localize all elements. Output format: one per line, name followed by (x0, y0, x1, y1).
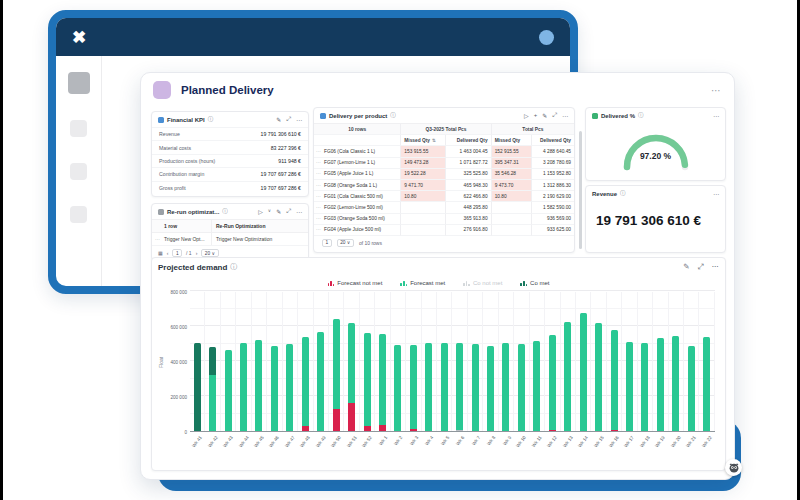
table-row[interactable]: ⋯ Trigger New Opt... Trigger New Optimiz… (152, 233, 308, 246)
bar-column[interactable] (607, 292, 622, 431)
row-menu-icon[interactable]: ⋯ (316, 171, 321, 176)
bar-column[interactable] (530, 292, 545, 431)
bar-column[interactable] (360, 292, 375, 431)
column-header-delivered-qty[interactable]: Delivered Qty (532, 135, 574, 146)
table-row[interactable]: ⋯FG03 (Orange Soda 500 ml)365 913.80936 … (314, 214, 574, 225)
info-icon[interactable]: ⓘ (390, 112, 396, 119)
bar-column[interactable] (283, 292, 298, 431)
sidebar-item-icon[interactable] (70, 120, 87, 137)
sidebar-item-icon[interactable] (70, 163, 87, 180)
bar-column[interactable] (499, 292, 514, 431)
table-row[interactable]: ⋯FG02 (Lemon-Lime 500 ml)448 295.801 582… (314, 202, 574, 213)
bar-column[interactable] (684, 292, 699, 431)
column-header-delivered-qty[interactable]: Delivered Qty (446, 135, 492, 146)
bar-column[interactable] (298, 292, 313, 431)
dashboard-more-button[interactable]: ⋯ (711, 85, 722, 96)
more-icon[interactable]: ⋯ (562, 112, 568, 119)
bar-column[interactable] (622, 292, 637, 431)
table-row[interactable]: ⋯FG04 (Apple Juice 500 ml)276 916.80933 … (314, 225, 574, 236)
bar-column[interactable] (669, 292, 684, 431)
bar-column[interactable] (190, 292, 205, 431)
column-header-missed-qty[interactable]: Missed Qty⇅ (401, 135, 446, 146)
table-row[interactable]: ⋯FG06 (Cola Classic 1 L)153 915.551 463 … (314, 146, 574, 157)
more-icon[interactable]: ⋯ (712, 262, 720, 272)
expand-icon[interactable]: ⤢ (286, 208, 291, 215)
bar-column[interactable] (591, 292, 606, 431)
bar-column[interactable] (561, 292, 576, 431)
menu-grid-icon[interactable]: ▦ (158, 250, 163, 256)
legend-item-forecast_met[interactable]: Forecast met (400, 280, 445, 286)
avatar[interactable] (539, 30, 554, 45)
bar-column[interactable] (483, 292, 498, 431)
row-menu-icon[interactable]: ⋯ (316, 227, 321, 232)
bar-column[interactable] (699, 292, 714, 431)
bar-column[interactable] (375, 292, 390, 431)
mascot-icon[interactable] (725, 459, 742, 476)
bar-column[interactable] (391, 292, 406, 431)
expand-icon[interactable]: ⤢ (552, 112, 557, 119)
info-icon[interactable]: ⓘ (638, 112, 644, 119)
bar-column[interactable] (344, 292, 359, 431)
bar-column[interactable] (314, 292, 329, 431)
bar-column[interactable] (236, 292, 251, 431)
run-icon[interactable]: ▷ (258, 208, 263, 215)
legend-item-forecast_not_met[interactable]: Forecast not met (328, 280, 383, 286)
edit-icon[interactable]: ✎ (683, 262, 689, 272)
more-icon[interactable]: ⋯ (296, 116, 302, 123)
page-number[interactable]: 1 (322, 239, 332, 247)
chevron-down-icon[interactable]: ∨ (268, 208, 271, 215)
legend-item-co_met[interactable]: Co met (520, 280, 549, 286)
bar-column[interactable] (267, 292, 282, 431)
add-icon[interactable]: + (534, 112, 538, 119)
bar-column[interactable] (638, 292, 653, 431)
bar-column[interactable] (545, 292, 560, 431)
row-menu-icon[interactable]: ⋯ (316, 183, 321, 188)
vertical-scrollbar[interactable] (579, 131, 582, 249)
table-row[interactable]: ⋯FG07 (Lemon-Lime 1 L)149 473.281 071 82… (314, 158, 574, 169)
expand-icon[interactable]: ⤢ (698, 262, 704, 272)
table-row[interactable]: ⋯FG05 (Apple Juice 1 L)19 522.28325 525.… (314, 169, 574, 180)
more-icon[interactable]: ⋯ (296, 208, 302, 215)
next-page-icon[interactable]: › (196, 250, 198, 256)
sidebar-item-icon[interactable] (70, 206, 87, 223)
prev-page-icon[interactable]: ‹ (167, 250, 169, 256)
column-header-missed-qty[interactable]: Missed Qty (492, 135, 533, 146)
bar-column[interactable] (252, 292, 267, 431)
bar-column[interactable] (205, 292, 220, 431)
bar-column[interactable] (514, 292, 529, 431)
page-number[interactable]: 1 (172, 249, 182, 257)
run-icon[interactable]: ▷ (524, 112, 529, 119)
bar-column[interactable] (406, 292, 421, 431)
info-icon[interactable]: ⓘ (208, 116, 214, 123)
more-icon[interactable]: ⋯ (713, 112, 719, 119)
edit-icon[interactable]: ✎ (276, 208, 281, 215)
row-menu-icon[interactable]: ⋯ (316, 160, 321, 165)
page-size-select[interactable]: 20 ∨ (201, 249, 218, 257)
edit-icon[interactable]: ✎ (276, 116, 281, 123)
bar-column[interactable] (576, 292, 591, 431)
row-menu-icon[interactable]: ⋯ (316, 205, 321, 210)
bar-column[interactable] (653, 292, 668, 431)
info-icon[interactable]: ⓘ (222, 208, 228, 215)
row-menu-icon[interactable]: ⋯ (316, 216, 321, 221)
bar-column[interactable] (452, 292, 467, 431)
row-menu-icon[interactable]: ⋯ (155, 236, 160, 242)
table-row[interactable]: ⋯FG08 (Orange Soda 1 L)9 471.70465 948.3… (314, 180, 574, 191)
bar-column[interactable] (221, 292, 236, 431)
edit-icon[interactable]: ✎ (542, 112, 547, 119)
bar-column[interactable] (329, 292, 344, 431)
bar-column[interactable] (437, 292, 452, 431)
bar-column[interactable] (422, 292, 437, 431)
bar-column[interactable] (468, 292, 483, 431)
info-icon[interactable]: ⓘ (620, 190, 626, 197)
expand-icon[interactable]: ⤢ (286, 116, 291, 123)
page-size-select[interactable]: 20 ∨ (337, 239, 354, 247)
sidebar-item-icon[interactable] (68, 72, 90, 94)
legend-item-co_not_met[interactable]: Co not met (463, 280, 502, 286)
row-menu-icon[interactable]: ⋯ (316, 149, 321, 154)
row-menu-icon[interactable]: ⋯ (316, 194, 321, 199)
table-row[interactable]: ⋯FG01 (Cola Classic 500 ml)10.80622 466.… (314, 191, 574, 202)
sort-icon[interactable]: ⇅ (432, 138, 436, 143)
more-icon[interactable]: ⋯ (713, 190, 719, 197)
info-icon[interactable]: ⓘ (230, 262, 237, 272)
